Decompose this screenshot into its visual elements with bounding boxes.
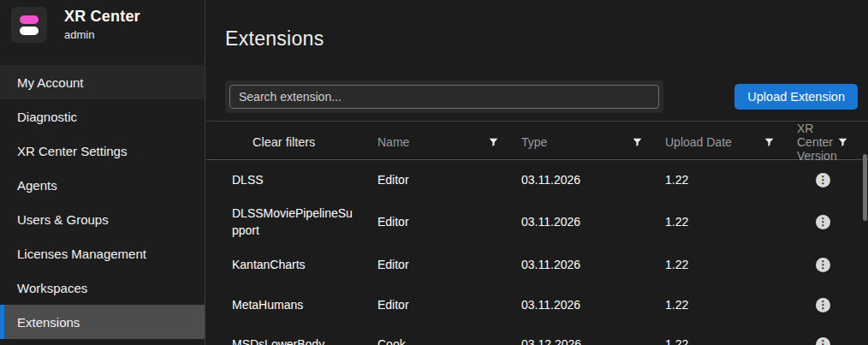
table-row: MSDsLowerBody Cook 03.12.2026 1.22 ⋮ [206,324,868,345]
sidebar-nav-item[interactable]: Licenses Management [0,236,205,271]
table-body: DLSS Editor 03.11.2026 1.22 ⋮ DLSSMovieP… [206,160,868,345]
toolbar: Upload Extension [225,80,858,113]
search-input[interactable] [229,85,659,109]
cell-name: KantanCharts [232,256,378,273]
sidebar-nav-item-label: Agents [17,178,57,193]
app-window: XR Center admin My Account Diagnostic XR… [0,0,868,345]
filter-funnel-icon[interactable] [764,136,775,148]
table-row: DLSSMoviePipelineSupport Editor 03.11.20… [206,199,868,244]
cell-name: MetaHumans [232,296,378,313]
sidebar-nav-item-label: Licenses Management [17,247,146,261]
logo-pink-bar [20,15,39,24]
sidebar-nav-item-label: Diagnostic [17,110,77,124]
sidebar-nav-item[interactable]: Agents [0,168,205,202]
sidebar-nav-item-label: Users & Groups [17,212,109,227]
xr-center-logo-icon [11,7,47,43]
cell-type: Editor [378,298,521,312]
cell-xr-center-version: 1.22 [665,173,797,187]
sidebar-header: XR Center admin [0,0,205,43]
sidebar-nav-item[interactable]: Workspaces [0,271,205,305]
search-container [225,80,663,113]
table-row: KantanCharts Editor 03.11.2026 1.22 ⋮ [206,244,868,285]
cell-upload-date: 03.12.2026 [521,337,665,345]
upload-extension-button[interactable]: Upload Extension [734,84,858,110]
vertical-scrollbar-thumb[interactable] [863,154,867,221]
cell-type: Editor [378,173,521,187]
app-identity: XR Center admin [64,7,140,41]
cell-actions: ⋮ [797,337,868,345]
main-content: Extensions Upload Extension Clear filter… [206,0,868,345]
row-more-options-icon[interactable]: ⋮ [816,258,830,272]
filter-funnel-icon[interactable] [632,136,643,148]
app-title: XR Center [64,8,140,26]
cell-xr-center-version: 1.22 [665,258,797,271]
cell-name: MSDsLowerBody [232,336,378,345]
cell-upload-date: 03.11.2026 [521,215,665,229]
cell-upload-date: 03.11.2026 [521,258,665,271]
cell-xr-center-version: 1.22 [665,215,797,229]
cell-xr-center-version: 1.22 [665,337,797,345]
row-more-options-icon[interactable]: ⋮ [816,173,830,187]
clear-filters-button[interactable]: Clear filters [232,135,378,149]
sidebar-nav-item-label: Extensions [17,315,80,330]
column-label: Type [521,135,547,149]
cell-type: Editor [378,215,521,229]
table-header-cell: XR Center Version [797,122,868,163]
sidebar-nav-item[interactable]: XR Center Settings [0,134,205,168]
sidebar-nav-item-label: Workspaces [17,281,87,295]
sidebar-nav-item[interactable]: Users & Groups [0,202,205,236]
cell-name: DLSSMoviePipelineSupport [232,205,378,240]
filter-funnel-icon[interactable] [837,136,848,148]
column-label: XR Center Version [797,122,837,163]
table-header-row: Clear filters Name Type Upload Date [206,122,868,159]
sidebar-nav-item[interactable]: Extensions [0,305,205,339]
logo-white-bar [20,27,39,35]
cell-upload-date: 03.11.2026 [521,173,665,187]
app-role-label: admin [64,28,140,41]
cell-upload-date: 03.11.2026 [521,298,665,312]
row-more-options-icon[interactable]: ⋮ [816,298,830,312]
cell-xr-center-version: 1.22 [665,298,797,312]
filter-funnel-icon[interactable] [488,136,499,148]
sidebar-nav-item[interactable]: My Account [0,65,205,99]
sidebar-nav: My Account Diagnostic XR Center Settings… [0,65,205,339]
table-row: MetaHumans Editor 03.11.2026 1.22 ⋮ [206,285,868,324]
cell-actions: ⋮ [797,173,868,187]
cell-actions: ⋮ [797,258,868,272]
column-label: Upload Date [665,135,732,149]
sidebar-nav-item-label: XR Center Settings [17,144,127,158]
table-header-cell: Upload Date [665,135,797,149]
page-title: Extensions [225,27,868,51]
table-row: DLSS Editor 03.11.2026 1.22 ⋮ [206,160,868,199]
column-label: Name [378,135,409,149]
sidebar-nav-item-label: My Account [17,75,84,90]
table-header-cell: Name [378,135,521,149]
sidebar-nav-item[interactable]: Diagnostic [0,99,205,134]
row-more-options-icon[interactable]: ⋮ [816,215,830,229]
cell-type: Editor [378,258,521,271]
row-more-options-icon[interactable]: ⋮ [816,337,830,345]
sidebar: XR Center admin My Account Diagnostic XR… [0,0,205,345]
cell-type: Cook [378,337,521,345]
table-header-cell: Type [521,135,665,149]
cell-actions: ⋮ [797,215,868,229]
cell-actions: ⋮ [797,298,868,312]
cell-name: DLSS [232,171,378,188]
